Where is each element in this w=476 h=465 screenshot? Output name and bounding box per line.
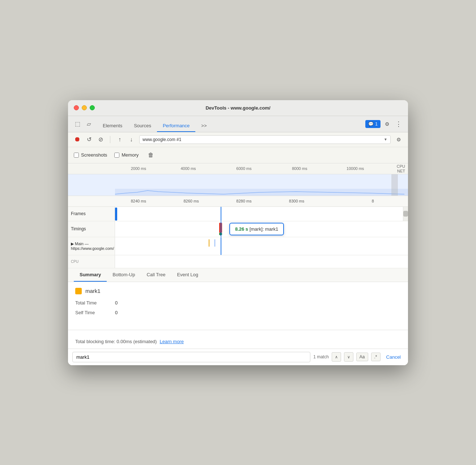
tab-items: Elements Sources Performance >>	[97, 120, 364, 132]
timings-content[interactable]: 8.26 s [mark]: mark1	[115, 221, 408, 237]
blocking-time-text: Total blocking time: 0.00ms (estimated)	[75, 339, 157, 344]
trash-button[interactable]: 🗑	[146, 150, 156, 160]
zoom-button[interactable]	[90, 105, 95, 110]
overview-svg	[115, 174, 408, 196]
notifications-button[interactable]: 💬 1	[365, 120, 381, 128]
tab-performance[interactable]: Performance	[157, 120, 195, 132]
summary-separator	[68, 330, 408, 330]
main-content[interactable]	[115, 237, 408, 255]
tooltip-label: [mark]: mark1	[250, 226, 278, 232]
memory-checkbox[interactable]	[114, 153, 119, 158]
cpu-content[interactable]	[115, 255, 408, 268]
overview-chart[interactable]	[68, 174, 408, 196]
timings-label: Timings	[68, 221, 115, 237]
ruler-mark-8000: 8000 ms	[292, 166, 307, 171]
scrollbar-thumb[interactable]	[403, 211, 408, 217]
tab-summary[interactable]: Summary	[74, 268, 107, 282]
upload-button[interactable]: ↑	[115, 135, 125, 145]
recording-controls: ⏺ ↺ ⊘	[72, 135, 106, 145]
url-bar[interactable]: www.google.com #1 ▼	[139, 135, 391, 144]
ruler-marks: 2000 ms 4000 ms 6000 ms 8000 ms 10000 ms…	[115, 163, 408, 174]
detail-ruler: 8240 ms 8260 ms 8280 ms 8300 ms 8	[115, 196, 408, 206]
tab-bar: ⬚ ▱ Elements Sources Performance >> 💬 1 …	[68, 116, 408, 132]
ruler-mark-6000: 6000 ms	[236, 166, 251, 171]
url-text: www.google.com #1	[143, 137, 181, 142]
memory-checkbox-label[interactable]: Memory	[114, 152, 139, 158]
self-time-value: 0	[115, 310, 118, 315]
ruler-mark-4000: 4000 ms	[180, 166, 196, 171]
blocking-time-row: Total blocking time: 0.00ms (estimated) …	[75, 339, 401, 344]
window-title: DevTools - www.google.com/	[205, 105, 270, 111]
toolbar-sep-1	[110, 136, 110, 143]
overview-ruler: 2000 ms 4000 ms 6000 ms 8000 ms 10000 ms…	[68, 163, 408, 174]
detail-mark-8240: 8240 ms	[131, 199, 146, 203]
title-bar: DevTools - www.google.com/	[68, 100, 408, 116]
frames-label-text: Frames	[71, 211, 86, 216]
inspect-icon[interactable]: ⬚	[72, 119, 82, 129]
blocking-time-section: Total blocking time: 0.00ms (estimated) …	[68, 334, 408, 349]
detail-mark-8: 8	[372, 199, 374, 203]
mark-icon	[75, 288, 82, 294]
overview-highlight[interactable]	[391, 174, 398, 196]
detail-mark-8280: 8280 ms	[236, 199, 251, 203]
device-icon[interactable]: ▱	[84, 119, 94, 129]
search-match-count: 1 match	[313, 354, 329, 359]
tab-event-log[interactable]: Event Log	[171, 268, 204, 282]
net-label: NET	[397, 169, 405, 173]
tab-bar-right: 💬 1 ⚙ ⋮	[364, 116, 405, 132]
total-time-value: 0	[115, 300, 118, 306]
clear-button[interactable]: ⊘	[95, 135, 106, 145]
summary-content: mark1 Total Time 0 Self Time 0	[68, 282, 408, 325]
screenshots-checkbox-label[interactable]: Screenshots	[74, 152, 107, 158]
main-label[interactable]: ▶ Main — https://www.google.com/	[68, 237, 115, 255]
cursor-line-main	[221, 237, 221, 255]
options-bar: Screenshots Memory 🗑	[68, 147, 408, 163]
frames-label: Frames	[68, 207, 115, 221]
close-button[interactable]	[74, 105, 79, 110]
tab-sources[interactable]: Sources	[128, 120, 157, 132]
search-bar: 1 match ∧ ∨ Aa .* Cancel	[68, 349, 408, 365]
frames-content[interactable]	[115, 207, 408, 221]
search-case-button[interactable]: Aa	[356, 353, 368, 361]
main-label-text: ▶ Main — https://www.google.com/	[71, 242, 114, 251]
settings-icon[interactable]: ⚙	[382, 119, 392, 129]
ruler-mark-2000: 2000 ms	[131, 166, 146, 171]
learn-more-link[interactable]: Learn more	[160, 339, 183, 344]
search-up-button[interactable]: ∧	[332, 352, 341, 362]
self-time-label: Self Time	[75, 310, 108, 315]
tooltip-box: 8.26 s [mark]: mark1	[229, 223, 284, 235]
cursor-line-frames	[221, 207, 221, 221]
tab-elements[interactable]: Elements	[97, 120, 128, 132]
tab-bottom-up[interactable]: Bottom-Up	[107, 268, 141, 282]
more-icon[interactable]: ⋮	[394, 119, 404, 129]
timings-track-row: Timings 8.26 s [mark]: mark1	[68, 221, 408, 237]
self-time-row: Self Time 0	[75, 310, 401, 315]
minimize-button[interactable]	[82, 105, 87, 110]
summary-title: mark1	[75, 288, 401, 294]
search-input[interactable]	[72, 352, 310, 362]
tab-more[interactable]: >>	[195, 120, 212, 132]
search-cancel-button[interactable]: Cancel	[383, 353, 404, 361]
screenshots-checkbox[interactable]	[74, 153, 79, 158]
tab-call-tree[interactable]: Call Tree	[141, 268, 171, 282]
panel-settings-icon[interactable]: ⚙	[394, 135, 404, 145]
search-regex-button[interactable]: .*	[371, 353, 381, 361]
total-time-row: Total Time 0	[75, 300, 401, 306]
timeline-area: 2000 ms 4000 ms 6000 ms 8000 ms 10000 ms…	[68, 163, 408, 268]
record-button[interactable]: ⏺	[72, 135, 82, 145]
bottom-panel: Summary Bottom-Up Call Tree Event Log ma…	[68, 268, 408, 365]
screenshots-label: Screenshots	[81, 152, 107, 158]
notification-count: 1	[375, 121, 378, 127]
detail-timeline-header: 8240 ms 8260 ms 8280 ms 8300 ms 8	[68, 196, 408, 207]
scrollbar[interactable]	[403, 207, 408, 221]
download-button[interactable]: ↓	[126, 135, 136, 145]
main-track-row: ▶ Main — https://www.google.com/	[68, 237, 408, 255]
notification-icon: 💬	[368, 121, 374, 127]
cpu-sub-label: CPU	[68, 255, 115, 268]
url-dropdown-icon: ▼	[384, 137, 387, 141]
toolbar: ⏺ ↺ ⊘ ↑ ↓ www.google.com #1 ▼ ⚙	[68, 132, 408, 147]
timings-label-text: Timings	[71, 226, 86, 231]
reload-button[interactable]: ↺	[84, 135, 94, 145]
search-down-button[interactable]: ∨	[344, 352, 353, 362]
mark-name: mark1	[85, 288, 101, 294]
